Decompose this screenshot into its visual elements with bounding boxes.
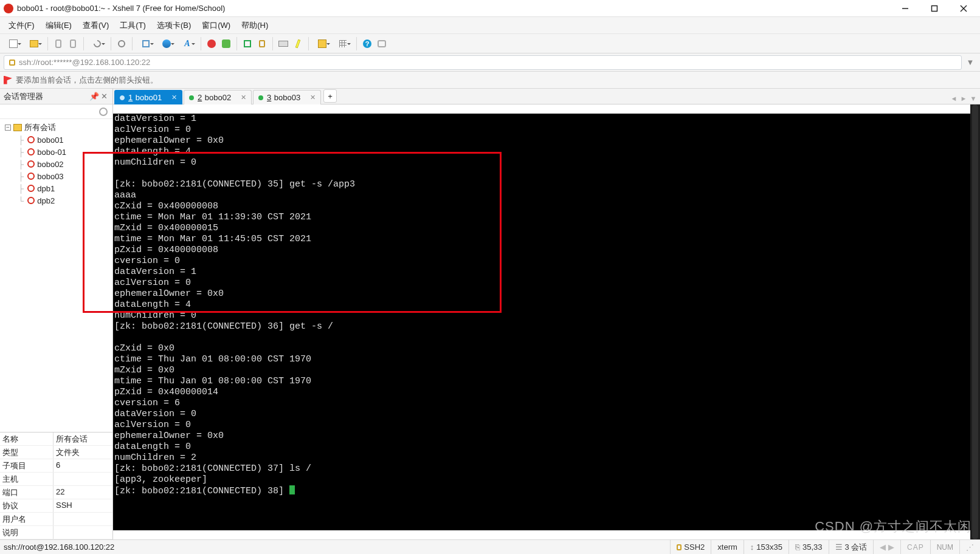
tab-bobo02[interactable]: 2 bobo02✕	[184, 90, 252, 104]
record-button[interactable]	[205, 37, 218, 50]
property-key: 类型	[0, 446, 53, 459]
property-key: 主机	[0, 473, 53, 485]
property-key: 名称	[0, 433, 53, 445]
lock-button[interactable]	[255, 37, 269, 50]
tree-item[interactable]: ├bobo02	[0, 158, 112, 170]
help-button[interactable]: ?	[361, 37, 374, 50]
feedback-button[interactable]	[375, 37, 388, 50]
close-panel-button[interactable]: ✕	[99, 92, 109, 101]
tree-item[interactable]: ├bobo01	[0, 134, 112, 146]
status-pos: ⎘35,33	[788, 540, 829, 554]
property-value: 22	[53, 486, 112, 499]
lock-icon	[677, 544, 682, 550]
status-nav: ◀ ▶	[873, 540, 900, 554]
tab-bobo01[interactable]: 1 bobo01✕	[114, 90, 182, 104]
plus-icon: +	[328, 92, 333, 101]
help-icon: ?	[363, 39, 371, 48]
property-row: 类型文件夹	[0, 446, 112, 459]
property-value: SSH	[53, 499, 112, 512]
flag-icon	[4, 76, 12, 84]
tab-nav-list[interactable]: ▼	[969, 94, 978, 103]
menu-edit[interactable]: 编辑(E)	[41, 18, 77, 33]
tree-item-label: bobo01	[37, 135, 63, 145]
session-tree[interactable]: − 所有会话 ├bobo01├bobo-01├bobo02├bobo03├dpb…	[0, 119, 112, 432]
tree-item-label: dpb2	[37, 196, 55, 205]
font-button[interactable]: A	[178, 37, 197, 50]
tree-item[interactable]: └dpb2	[0, 194, 112, 207]
tree-item-label: bobo03	[37, 172, 63, 181]
tab-nav-prev[interactable]: ◄	[950, 94, 958, 103]
property-key: 子项目	[0, 459, 53, 472]
toolbar-separator	[47, 37, 48, 50]
status-caps: CAP	[900, 540, 930, 554]
property-value	[53, 473, 112, 485]
keyboard-button[interactable]	[277, 37, 290, 50]
link-button[interactable]	[66, 37, 80, 50]
menu-tabs[interactable]: 选项卡(B)	[152, 18, 196, 33]
transfer-icon	[222, 39, 230, 48]
status-resize[interactable]: ⋰	[959, 540, 980, 554]
new-file-icon	[9, 39, 18, 48]
address-dropdown[interactable]: ▼	[964, 58, 976, 67]
highlight-button[interactable]	[291, 37, 305, 50]
session-icon	[27, 185, 35, 192]
tree-item-label: bobo-01	[37, 148, 66, 157]
address-field[interactable]: ssh://root:******@192.168.100.120:22	[4, 55, 962, 70]
reconnect-button[interactable]	[88, 37, 107, 50]
status-dot-icon	[189, 95, 194, 100]
property-value	[53, 513, 112, 525]
folder-icon	[30, 40, 38, 47]
tab-bobo03[interactable]: 3 bobo03✕	[253, 90, 321, 104]
tab-add-button[interactable]: +	[323, 89, 337, 103]
tree-root[interactable]: − 所有会话	[0, 121, 112, 134]
tab-nav: ◄ ► ▼	[950, 94, 978, 103]
menu-bar: 文件(F) 编辑(E) 查看(V) 工具(T) 选项卡(B) 窗口(W) 帮助(…	[0, 17, 980, 34]
tab-close-button[interactable]: ✕	[310, 94, 316, 101]
menu-file[interactable]: 文件(F)	[4, 18, 40, 33]
tile-button[interactable]	[312, 37, 332, 50]
cut-button[interactable]	[52, 37, 65, 50]
status-size: ↕153x35	[744, 540, 788, 554]
menu-help[interactable]: 帮助(H)	[236, 18, 273, 33]
status-dot-icon	[258, 95, 263, 100]
fullscreen-button[interactable]	[241, 37, 254, 50]
menu-tools[interactable]: 工具(T)	[115, 18, 151, 33]
property-row: 名称所有会话	[0, 433, 112, 446]
title-bar: bobo01 - root@bobo01:~ - Xshell 7 (Free …	[0, 0, 980, 17]
grid-button[interactable]	[333, 37, 353, 50]
tab-nav-next[interactable]: ►	[959, 94, 968, 103]
tab-close-button[interactable]: ✕	[171, 94, 177, 101]
lock-icon	[9, 60, 15, 66]
terminal[interactable]: dataVersion = 1 aclVersion = 0 ephemeral…	[113, 114, 970, 530]
property-row: 说明	[0, 526, 112, 539]
menu-window[interactable]: 窗口(W)	[197, 18, 235, 33]
pin-button[interactable]: 📌	[89, 92, 99, 101]
content-area: 1 bobo01✕2 bobo02✕3 bobo03✕ + ◄ ► ▼ data…	[113, 89, 980, 539]
vertical-scrollbar[interactable]	[970, 104, 980, 539]
tree-item[interactable]: ├bobo-01	[0, 146, 112, 158]
maximize-button[interactable]	[922, 0, 947, 17]
copy-button[interactable]	[136, 37, 156, 50]
tab-close-button[interactable]: ✕	[241, 94, 246, 101]
folder-icon	[13, 124, 22, 131]
session-search[interactable]	[0, 104, 112, 119]
close-button[interactable]	[951, 0, 976, 17]
tree-item[interactable]: ├bobo03	[0, 170, 112, 182]
font-icon: A	[184, 39, 190, 49]
status-dot-icon	[120, 95, 125, 100]
menu-view[interactable]: 查看(V)	[78, 18, 114, 33]
toolbar-separator	[83, 37, 84, 50]
tree-item[interactable]: ├dpb1	[0, 182, 112, 194]
status-term: xterm	[711, 540, 744, 554]
search-button[interactable]	[115, 37, 128, 50]
new-session-button[interactable]	[4, 37, 23, 50]
transfer-button[interactable]	[219, 37, 233, 50]
app-icon	[4, 4, 13, 13]
keyboard-icon	[278, 41, 288, 47]
expander-icon[interactable]: −	[5, 125, 11, 131]
minimize-button[interactable]	[892, 0, 918, 17]
status-bar: ssh://root@192.168.100.120:22 SSH2 xterm…	[0, 539, 980, 554]
open-session-button[interactable]	[24, 37, 44, 50]
web-button[interactable]	[157, 37, 176, 50]
property-row: 协议SSH	[0, 499, 112, 513]
